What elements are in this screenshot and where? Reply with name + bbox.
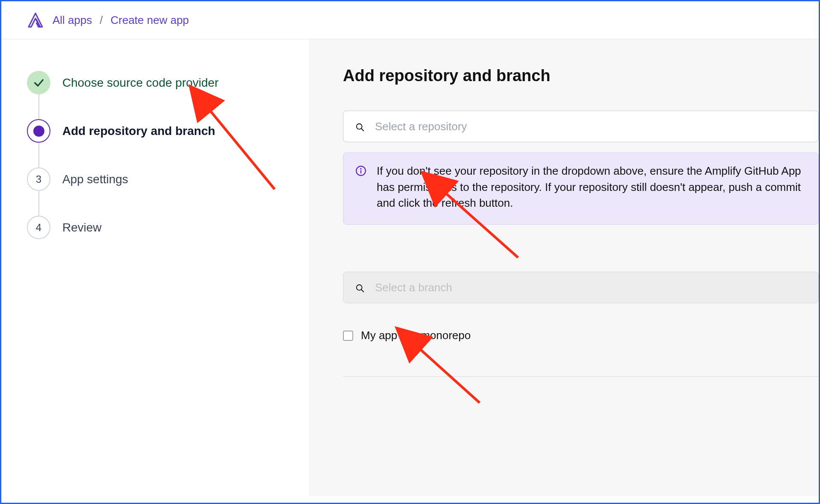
step-choose-source[interactable]: Choose source code provider [27, 71, 288, 119]
active-step-dot-icon [27, 119, 50, 143]
breadcrumb: All apps / Create new app [53, 14, 189, 27]
step-label: Choose source code provider [62, 76, 219, 90]
layout: Choose source code provider Add reposito… [1, 39, 819, 496]
step-number: 3 [27, 167, 50, 191]
search-icon [355, 122, 365, 131]
amplify-logo-icon [27, 12, 44, 29]
divider [343, 376, 819, 377]
step-app-settings[interactable]: 3 App settings [27, 167, 288, 216]
sidebar-stepper: Choose source code provider Add reposito… [1, 39, 309, 496]
step-label: App settings [62, 173, 128, 186]
branch-placeholder: Select a branch [375, 281, 452, 294]
svg-rect-4 [360, 170, 361, 173]
step-number: 4 [27, 216, 50, 239]
svg-point-3 [360, 168, 361, 170]
repository-select[interactable]: Select a repository [343, 111, 819, 142]
step-label: Add repository and branch [62, 124, 215, 138]
breadcrumb-separator: / [100, 14, 103, 27]
breadcrumb-all-apps[interactable]: All apps [53, 14, 92, 27]
main-panel: Add repository and branch Select a repos… [309, 39, 819, 496]
step-review[interactable]: 4 Review [27, 216, 288, 239]
svg-line-6 [361, 290, 364, 292]
step-add-repo[interactable]: Add repository and branch [27, 119, 288, 167]
info-text: If you don't see your repository in the … [377, 163, 806, 211]
branch-select[interactable]: Select a branch [343, 272, 819, 303]
info-icon [355, 165, 366, 176]
header: All apps / Create new app [1, 1, 819, 39]
info-callout: If you don't see your repository in the … [343, 152, 819, 225]
breadcrumb-create-app[interactable]: Create new app [111, 14, 189, 27]
checkmark-icon [27, 71, 50, 94]
search-icon [355, 283, 365, 292]
monorepo-checkbox-row[interactable]: My app is a monorepo [343, 329, 819, 342]
svg-line-1 [361, 129, 364, 131]
step-label: Review [62, 221, 102, 234]
repository-placeholder: Select a repository [375, 120, 467, 133]
page-title: Add repository and branch [343, 67, 819, 85]
monorepo-label: My app is a monorepo [361, 329, 471, 342]
checkbox-icon[interactable] [343, 331, 353, 341]
